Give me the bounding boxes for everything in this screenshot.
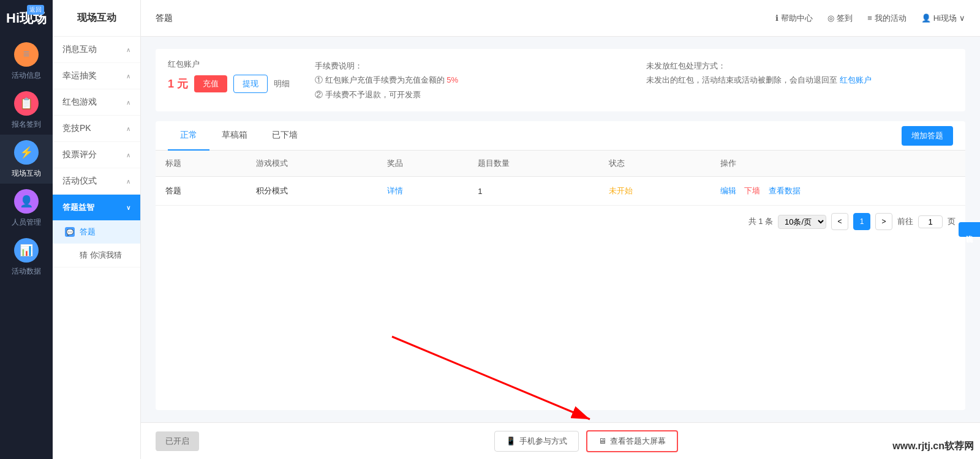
nav-label-hongbao: 红包游戏: [62, 97, 97, 108]
col-prize: 奖品: [377, 151, 468, 177]
tab-draft[interactable]: 草稿箱: [209, 121, 260, 151]
xianchang-icon: ⚡: [14, 140, 39, 165]
nav-group-yishi: 活动仪式 ∧: [53, 168, 140, 195]
sidebar-item-renyuan[interactable]: 👤 人员管理: [0, 184, 53, 233]
chevron-dati: ∨: [126, 204, 130, 211]
chevron-xingyin: ∧: [126, 73, 130, 80]
user-chevron-icon: ∨: [959, 13, 965, 23]
prize-link[interactable]: 详情: [387, 186, 403, 195]
fee-line1: ① 红包账户充值手续费为充值金额的 5%: [315, 73, 622, 87]
nav-item-dati[interactable]: 答题益智 ∨: [53, 195, 140, 220]
logo: Hi现场 返回: [0, 0, 53, 37]
chevron-yishi: ∧: [126, 178, 130, 185]
goto-page-input[interactable]: [918, 215, 943, 228]
status-badge: 未开始: [609, 186, 633, 195]
rp-account-row: 1 元 充值 提现 明细: [168, 75, 290, 93]
rp-amount: 1 元: [168, 76, 188, 91]
tab-deleted[interactable]: 已下墙: [260, 121, 310, 151]
sidebar-item-xianchang[interactable]: ⚡ 现场互动: [0, 135, 53, 184]
nav-item-jingji[interactable]: 竞技PK ∧: [53, 116, 140, 141]
user-profile[interactable]: 👤 Hi现场 ∨: [921, 13, 965, 24]
nav-sub-dati-label: 答题: [80, 226, 96, 237]
huodong-icon: ≡: [14, 42, 39, 67]
cell-count: 1: [468, 177, 599, 206]
next-page-button[interactable]: >: [875, 213, 892, 230]
help-center[interactable]: ℹ 帮助中心: [775, 13, 813, 24]
xianchang-label: 现场互动: [12, 168, 41, 179]
baoming-icon: 📋: [14, 91, 39, 116]
page-unit: 页: [948, 216, 956, 227]
my-activities[interactable]: ≡ 我的活动: [867, 13, 907, 24]
bottom-center: 📱 手机参与方式 🖥 查看答题大屏幕: [206, 430, 965, 452]
online-consult[interactable]: 在线咨询: [959, 222, 980, 237]
nav-item-yishi[interactable]: 活动仪式 ∧: [53, 168, 140, 194]
table-header-row: 标题 游戏模式 奖品 题目数量 状态 操作: [156, 151, 965, 177]
sidebar-item-huodong[interactable]: ≡ 活动信息: [0, 37, 53, 86]
sidebar-nav: 现场互动 消息互动 ∧ 幸运抽奖 ∧ 红包游戏 ∧ 竞技PK ∧ 投票评分 ∧ …: [53, 0, 141, 459]
nav-sub-dati[interactable]: 💬 答题: [53, 220, 140, 244]
col-actions: 操作: [710, 151, 965, 177]
prev-page-button[interactable]: <: [831, 213, 848, 230]
nav-group-jingji: 竞技PK ∧: [53, 116, 140, 142]
nav-item-xingyin[interactable]: 幸运抽奖 ∧: [53, 63, 140, 89]
col-count: 题目数量: [468, 151, 599, 177]
renyuan-label: 人员管理: [12, 217, 41, 228]
nav-group-xiaoxi: 消息互动 ∧: [53, 37, 140, 63]
notice-text: 未发出的红包，活动结束或活动被删除，会自动退回至 红包账户: [646, 73, 953, 87]
huodongdata-label: 活动数据: [12, 266, 41, 277]
col-title: 标题: [156, 151, 246, 177]
chongzhi-button[interactable]: 充值: [194, 75, 227, 92]
tixian-button[interactable]: 提现: [233, 75, 268, 93]
sidebar-item-baoming[interactable]: 📋 报名签到: [0, 86, 53, 135]
toggle-button[interactable]: 已开启: [156, 431, 199, 451]
dati-sub-icon: 💬: [65, 227, 75, 237]
nav-label-jingji: 竞技PK: [62, 123, 91, 134]
nav-item-xiaoxi[interactable]: 消息互动 ∧: [53, 37, 140, 62]
edit-button[interactable]: 编辑: [720, 186, 736, 195]
pagination-total: 共 1 条: [748, 216, 773, 227]
tabs-list: 正常 草稿箱 已下墙: [168, 121, 310, 150]
notice-link[interactable]: 红包账户: [840, 75, 872, 84]
sign-in[interactable]: ◎ 签到: [827, 13, 853, 24]
nav-item-toupiao[interactable]: 投票评分 ∧: [53, 142, 140, 168]
activities-icon: ≡: [867, 13, 872, 23]
mingxi-button[interactable]: 明细: [274, 78, 290, 89]
nav-sub-cai[interactable]: 猜 你演我猜: [53, 244, 140, 267]
mobile-label: 手机参与方式: [519, 436, 567, 447]
sidebar-item-huodongdata[interactable]: 📊 活动数据: [0, 233, 53, 282]
redpacket-section: 红包账户 1 元 充值 提现 明细 手续费说明： ① 红包账户充值手续费为充值金…: [156, 49, 965, 111]
nav-sub-cai-label: 猜 你演我猜: [80, 250, 122, 261]
chevron-xiaoxi: ∧: [126, 47, 130, 53]
mobile-participate-button[interactable]: 📱 手机参与方式: [494, 431, 579, 452]
help-label: 帮助中心: [781, 13, 813, 24]
mobile-icon: 📱: [506, 436, 516, 446]
cell-actions: 编辑 下墙 查看数据: [710, 177, 965, 206]
rp-fee: 手续费说明： ① 红包账户充值手续费为充值金额的 5% ② 手续费不予退款，可开…: [315, 59, 622, 102]
nav-label-xingyin: 幸运抽奖: [62, 70, 97, 81]
page-size-select[interactable]: 10条/页: [778, 215, 826, 229]
nav-title: 现场互动: [53, 0, 140, 37]
col-status: 状态: [599, 151, 710, 177]
nav-label-yishi: 活动仪式: [62, 176, 97, 187]
view-data-button[interactable]: 查看数据: [769, 186, 801, 195]
tab-normal[interactable]: 正常: [168, 121, 209, 151]
fee-line2: ② 手续费不予退款，可开发票: [315, 88, 622, 102]
chevron-jingji: ∧: [126, 125, 130, 132]
baoming-label: 报名签到: [12, 119, 41, 130]
goto-label: 前往: [897, 216, 913, 227]
nav-item-hongbao[interactable]: 红包游戏 ∧: [53, 89, 140, 115]
nav-label-toupiao: 投票评分: [62, 149, 97, 160]
bigscreen-button[interactable]: 🖥 查看答题大屏幕: [586, 430, 678, 452]
page-1-button[interactable]: 1: [853, 213, 870, 230]
logo-badge[interactable]: 返回: [27, 5, 44, 15]
nav-group-toupiao: 投票评分 ∧: [53, 142, 140, 168]
nav-group-dati: 答题益智 ∨ 💬 答题 猜 你演我猜: [53, 195, 140, 267]
xiajia-button[interactable]: 下墙: [744, 186, 760, 195]
fee-title: 手续费说明：: [315, 59, 622, 73]
data-table: 标题 游戏模式 奖品 题目数量 状态 操作 答题 积分模式 详情 1 未开始: [156, 151, 965, 206]
add-button[interactable]: 增加答题: [902, 126, 953, 146]
top-header: 答题 ℹ 帮助中心 ◎ 签到 ≡ 我的活动 👤 Hi现场 ∨: [141, 0, 980, 37]
rp-account-label: 红包账户: [168, 59, 290, 70]
help-icon: ℹ: [775, 13, 778, 23]
rp-notice: 未发放红包处理方式： 未发出的红包，活动结束或活动被删除，会自动退回至 红包账户: [646, 59, 953, 88]
